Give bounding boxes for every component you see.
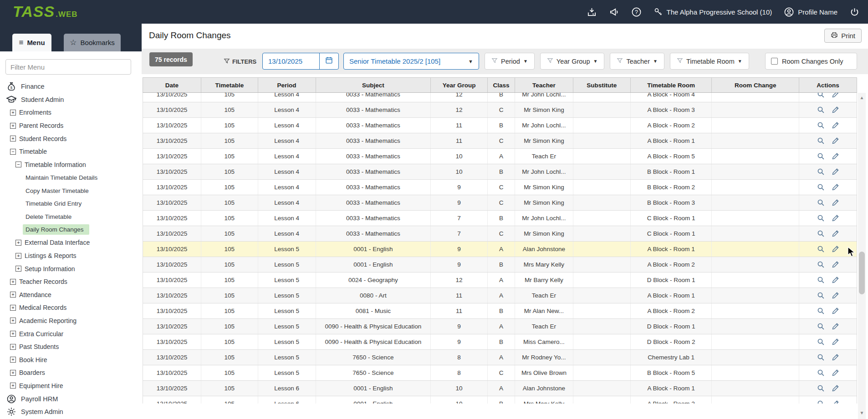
timetable-select[interactable]: Senior Timetable 2025/2 [105] ▼	[343, 53, 479, 70]
sidebar-item-system-admin[interactable]: System Admin	[0, 405, 142, 419]
sidebar-item-student-records[interactable]: +Student Records	[0, 132, 142, 145]
announcements-button[interactable]	[609, 7, 619, 17]
sidebar-item-external-data-interface[interactable]: +External Data Interface	[0, 236, 142, 249]
edit-pencil-icon[interactable]	[832, 369, 839, 377]
plus-expander-icon[interactable]: +	[10, 344, 16, 350]
view-search-icon[interactable]	[817, 261, 825, 268]
table-row[interactable]: 13/10/2025105Lesson 40033 - Mathematics9…	[143, 195, 857, 211]
profile-menu[interactable]: Profile Name	[784, 7, 837, 17]
sidebar-item-teacher-records[interactable]: +Teacher Records	[0, 275, 142, 288]
view-search-icon[interactable]	[817, 369, 825, 377]
view-search-icon[interactable]	[817, 307, 825, 315]
view-search-icon[interactable]	[817, 400, 825, 404]
edit-pencil-icon[interactable]	[832, 323, 839, 330]
table-row[interactable]: 13/10/2025105Lesson 40033 - Mathematics1…	[143, 164, 857, 180]
view-search-icon[interactable]	[817, 384, 825, 392]
table-row[interactable]: 13/10/2025105Lesson 40033 - Mathematics7…	[143, 226, 857, 242]
edit-pencil-icon[interactable]	[832, 292, 839, 299]
sidebar-item-attendance[interactable]: +Attendance	[0, 288, 142, 302]
table-row[interactable]: 13/10/2025105Lesson 50080 - Art11ATeach …	[143, 288, 857, 303]
plus-expander-icon[interactable]: +	[10, 357, 16, 363]
table-row[interactable]: 13/10/2025105Lesson 40033 - Mathematics1…	[143, 118, 857, 133]
logout-button[interactable]	[849, 7, 860, 17]
calendar-button[interactable]	[319, 53, 338, 69]
sidebar-item-student-admin[interactable]: Student Admin	[0, 93, 142, 106]
view-search-icon[interactable]	[817, 93, 825, 98]
sidebar-item-extra-curricular[interactable]: +Extra Curricular	[0, 327, 142, 340]
table-row[interactable]: 13/10/2025105Lesson 60001 - English10BMr…	[143, 396, 857, 404]
view-search-icon[interactable]	[817, 214, 825, 222]
plus-expander-icon[interactable]: +	[10, 279, 16, 285]
table-row[interactable]: 13/10/2025105Lesson 50090 - Health & Phy…	[143, 319, 857, 334]
sidebar-item-delete-timetable[interactable]: Delete Timetable	[0, 210, 142, 223]
plus-expander-icon[interactable]: +	[10, 305, 16, 311]
minus-expander-icon[interactable]: −	[10, 149, 16, 155]
view-search-icon[interactable]	[817, 230, 825, 237]
sidebar-item-payroll-hrm[interactable]: Payroll HRM	[0, 392, 142, 405]
view-search-icon[interactable]	[817, 106, 825, 114]
menu-tab[interactable]: ≡ Menu	[12, 34, 51, 51]
table-row[interactable]: 13/10/2025105Lesson 50090 - Health & Phy…	[143, 334, 857, 350]
plus-expander-icon[interactable]: +	[15, 240, 21, 246]
edit-pencil-icon[interactable]	[832, 106, 839, 114]
edit-pencil-icon[interactable]	[832, 137, 839, 145]
plus-expander-icon[interactable]: +	[10, 370, 16, 376]
table-row[interactable]: 13/10/2025105Lesson 57650 - Science8AMr …	[143, 350, 857, 365]
table-row[interactable]: 13/10/2025105Lesson 40033 - Mathematics1…	[143, 149, 857, 164]
plus-expander-icon[interactable]: +	[10, 292, 16, 298]
year-group-filter-button[interactable]: Year Group▼	[540, 53, 605, 70]
table-row[interactable]: 13/10/2025105Lesson 40033 - Mathematics1…	[143, 102, 857, 118]
room-changes-only-filter[interactable]: Room Changes Only	[765, 53, 857, 70]
edit-pencil-icon[interactable]	[832, 183, 839, 191]
print-button[interactable]: Print	[824, 29, 862, 43]
sidebar-item-maintain-timetable-details[interactable]: Maintain Timetable Details	[0, 171, 142, 184]
edit-pencil-icon[interactable]	[832, 384, 839, 392]
sidebar-item-timetable-grid-entry[interactable]: Timetable Grid Entry	[0, 197, 142, 210]
table-row[interactable]: 13/10/2025105Lesson 60001 - English10AAl…	[143, 381, 857, 396]
view-search-icon[interactable]	[817, 152, 825, 160]
view-search-icon[interactable]	[817, 276, 825, 284]
teacher-filter-button[interactable]: Teacher▼	[610, 53, 664, 70]
sidebar-item-daily-room-changes[interactable]: Daily Room Changes	[0, 223, 142, 237]
table-row[interactable]: 13/10/2025105Lesson 50024 - Geography12A…	[143, 273, 857, 288]
edit-pencil-icon[interactable]	[832, 307, 839, 315]
edit-pencil-icon[interactable]	[832, 121, 839, 129]
plus-expander-icon[interactable]: +	[10, 110, 16, 116]
sidebar-item-book-hire[interactable]: +Book Hire	[0, 353, 142, 366]
view-search-icon[interactable]	[817, 183, 825, 191]
sidebar-item-finance[interactable]: $Finance	[0, 80, 142, 93]
table-row[interactable]: 13/10/2025105Lesson 40033 - Mathematics7…	[143, 211, 857, 226]
table-row[interactable]: 13/10/2025105Lesson 50001 - English9AAla…	[143, 242, 857, 257]
tass-web-logo[interactable]: TASS .WEB	[13, 3, 78, 20]
view-search-icon[interactable]	[817, 292, 825, 299]
table-row[interactable]: 13/10/2025105Lesson 40033 - Mathematics1…	[143, 133, 857, 149]
edit-pencil-icon[interactable]	[832, 261, 839, 268]
date-filter[interactable]	[262, 53, 339, 70]
download-button[interactable]	[587, 7, 597, 17]
view-search-icon[interactable]	[817, 168, 825, 176]
minus-expander-icon[interactable]: −	[15, 162, 21, 167]
plus-expander-icon[interactable]: +	[10, 136, 16, 141]
edit-pencil-icon[interactable]	[832, 400, 839, 404]
view-search-icon[interactable]	[817, 338, 825, 346]
sidebar-item-setup-information[interactable]: +Setup Information	[0, 262, 142, 275]
view-search-icon[interactable]	[817, 353, 825, 361]
view-search-icon[interactable]	[817, 199, 825, 207]
plus-expander-icon[interactable]: +	[15, 253, 21, 259]
scroll-up-arrow-icon[interactable]: ▲	[858, 93, 866, 102]
sidebar-item-listings-reports[interactable]: +Listings & Reports	[0, 249, 142, 263]
sidebar-item-medical-records[interactable]: +Medical Records	[0, 301, 142, 314]
period-filter-button[interactable]: Period▼	[485, 53, 535, 70]
plus-expander-icon[interactable]: +	[10, 123, 16, 129]
view-search-icon[interactable]	[817, 245, 825, 253]
help-button[interactable]: ?	[631, 7, 642, 17]
edit-pencil-icon[interactable]	[832, 353, 839, 361]
edit-pencil-icon[interactable]	[832, 214, 839, 222]
sidebar-item-past-students[interactable]: +Past Students	[0, 340, 142, 353]
edit-pencil-icon[interactable]	[832, 152, 839, 160]
edit-pencil-icon[interactable]	[832, 199, 839, 207]
plus-expander-icon[interactable]: +	[10, 331, 16, 337]
plus-expander-icon[interactable]: +	[10, 383, 16, 389]
table-row[interactable]: 13/10/2025105Lesson 50001 - English9BMrs…	[143, 257, 857, 273]
table-row[interactable]: 13/10/2025105Lesson 40033 - Mathematics1…	[143, 93, 857, 102]
